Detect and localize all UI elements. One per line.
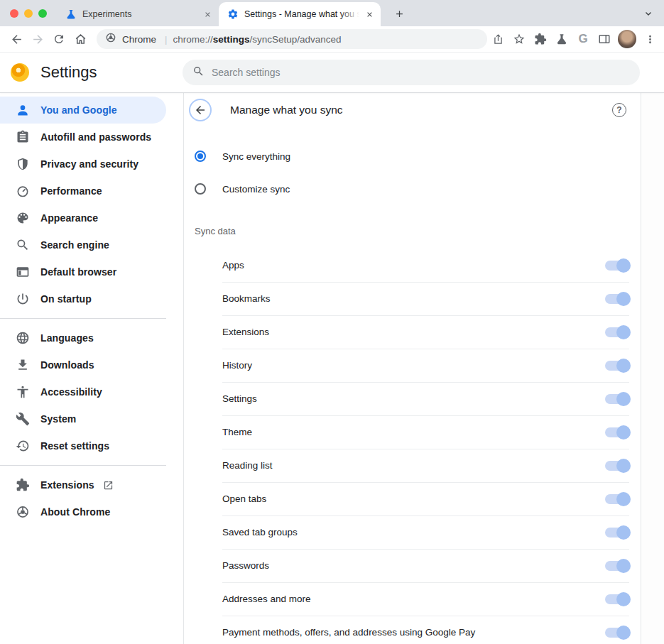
sync-data-list: Apps Bookmarks Extensions History Settin…: [184, 249, 641, 644]
toggle-switch[interactable]: [605, 461, 629, 471]
sync-row-label: Passwords: [222, 560, 605, 571]
sidebar-item-privacy[interactable]: Privacy and security: [0, 151, 166, 178]
close-window-button[interactable]: [10, 9, 18, 18]
share-icon[interactable]: [487, 28, 508, 50]
toggle-switch[interactable]: [605, 361, 629, 371]
sync-row-extensions: Extensions: [184, 315, 641, 349]
toggle-switch[interactable]: [605, 561, 629, 571]
google-g-icon[interactable]: G: [572, 28, 594, 50]
palette-icon: [16, 211, 30, 225]
side-panel-icon[interactable]: [594, 28, 615, 50]
sidebar-item-label: Default browser: [40, 266, 116, 278]
sync-row-label: Apps: [222, 260, 605, 271]
settings-header: Settings: [0, 53, 664, 93]
toggle-switch[interactable]: [605, 628, 629, 638]
sidebar-item-label: Reset settings: [40, 440, 109, 452]
sync-row-passwords: Passwords: [184, 549, 641, 582]
toggle-switch[interactable]: [605, 427, 629, 437]
sidebar-item-default-browser[interactable]: Default browser: [0, 258, 166, 285]
wrench-icon: [16, 412, 30, 426]
flask-icon: [65, 9, 77, 20]
forward-icon[interactable]: [27, 28, 48, 50]
maximize-window-button[interactable]: [38, 9, 47, 18]
sidebar-item-performance[interactable]: Performance: [0, 178, 166, 204]
sidebar-item-on-startup[interactable]: On startup: [0, 285, 166, 312]
toolbar-actions: G: [487, 28, 660, 50]
search-input[interactable]: [212, 67, 630, 78]
sidebar-item-label: About Chrome: [40, 506, 110, 518]
chrome-glyph-icon: [105, 32, 116, 46]
radio-sync-everything[interactable]: Sync everything: [184, 140, 641, 173]
tab-strip: Experiments Settings - Manage what you s…: [0, 0, 664, 26]
radio-button-icon[interactable]: [195, 183, 206, 195]
sync-row-settings: Settings: [184, 382, 641, 415]
close-tab-icon[interactable]: [202, 9, 213, 20]
sidebar-item-extensions[interactable]: Extensions: [0, 471, 166, 498]
minimize-window-button[interactable]: [24, 9, 33, 18]
sidebar-item-accessibility[interactable]: Accessibility: [0, 378, 166, 405]
omnibox-divider: |: [165, 34, 167, 45]
flask-extension-icon[interactable]: [551, 28, 572, 50]
sidebar-item-label: On startup: [40, 293, 92, 305]
tab-search-chevron-icon[interactable]: [638, 4, 658, 23]
sync-row-label: Bookmarks: [222, 293, 605, 304]
extensions-puzzle-icon[interactable]: [530, 28, 551, 50]
sidebar-item-label: You and Google: [40, 104, 117, 116]
sidebar-item-appearance[interactable]: Appearance: [0, 204, 166, 231]
back-icon[interactable]: [6, 28, 27, 50]
close-tab-icon[interactable]: [364, 9, 375, 20]
sync-mode-radio-group: Sync everything Customize sync: [184, 140, 641, 205]
sidebar-item-system[interactable]: System: [0, 405, 166, 432]
subpage-header: Manage what you sync ?: [184, 93, 641, 127]
bookmark-star-icon[interactable]: [508, 28, 530, 50]
browser-window-icon: [16, 265, 30, 279]
toggle-switch[interactable]: [605, 528, 629, 537]
sidebar-item-reset-settings[interactable]: Reset settings: [0, 432, 166, 459]
clipboard-icon: [16, 130, 30, 144]
toggle-switch[interactable]: [605, 394, 629, 404]
home-icon[interactable]: [70, 28, 91, 50]
sidebar-item-about-chrome[interactable]: About Chrome: [0, 498, 166, 525]
kebab-menu-icon[interactable]: [639, 28, 660, 50]
toggle-switch[interactable]: [605, 594, 629, 604]
toggle-switch[interactable]: [605, 294, 629, 304]
sidebar-item-autofill[interactable]: Autofill and passwords: [0, 124, 166, 151]
tab-settings[interactable]: Settings - Manage what you sy: [219, 2, 381, 26]
sync-row-saved-tab-groups: Saved tab groups: [184, 515, 641, 549]
toggle-switch[interactable]: [605, 327, 629, 337]
speedometer-icon: [16, 184, 30, 198]
sidebar-item-languages[interactable]: Languages: [0, 324, 166, 351]
sync-row-bookmarks: Bookmarks: [184, 282, 641, 315]
help-icon[interactable]: ?: [612, 103, 626, 117]
new-tab-button[interactable]: [389, 4, 409, 23]
sidebar-divider: [0, 318, 166, 319]
sidebar-item-label: System: [40, 413, 76, 425]
back-arrow-button[interactable]: [189, 99, 212, 121]
scroll-gutter[interactable]: [641, 93, 664, 644]
reload-icon[interactable]: [48, 28, 70, 50]
sidebar-item-label: Search engine: [40, 239, 109, 251]
sidebar-item-you-and-google[interactable]: You and Google: [0, 97, 166, 124]
radio-button-icon[interactable]: [195, 151, 206, 162]
sync-row-addresses: Addresses and more: [184, 582, 641, 616]
profile-avatar[interactable]: [618, 30, 636, 48]
sync-row-label: Extensions: [222, 327, 605, 337]
tab-experiments[interactable]: Experiments: [57, 2, 219, 26]
sync-row-label: Reading list: [222, 460, 605, 471]
settings-search[interactable]: [183, 60, 640, 85]
search-icon: [16, 238, 30, 252]
sidebar-divider: [0, 465, 166, 466]
sync-row-label: Open tabs: [222, 493, 605, 504]
sidebar-item-search-engine[interactable]: Search engine: [0, 231, 166, 258]
sidebar-item-label: Downloads: [40, 359, 94, 371]
radio-customize-sync[interactable]: Customize sync: [184, 173, 641, 205]
toggle-switch[interactable]: [605, 494, 629, 504]
sidebar-item-downloads[interactable]: Downloads: [0, 351, 166, 378]
radio-label: Sync everything: [222, 151, 290, 162]
chrome-canary-logo-icon: [11, 63, 29, 82]
toggle-switch[interactable]: [605, 261, 629, 271]
sync-settings-card: Manage what you sync ? Sync everything C…: [183, 93, 641, 644]
address-bar[interactable]: Chrome | chrome://settings/syncSetup/adv…: [97, 29, 487, 49]
section-label: Sync data: [195, 226, 641, 240]
sync-row-reading-list: Reading list: [184, 449, 641, 482]
